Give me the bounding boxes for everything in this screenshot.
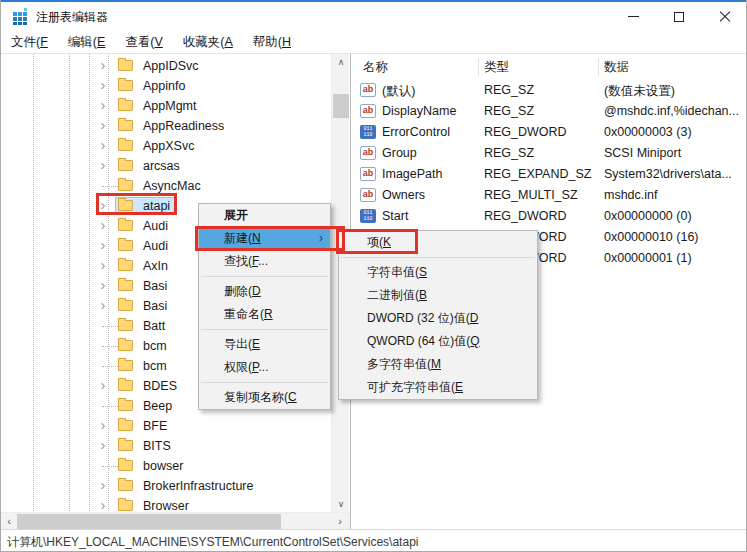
tree-item-label[interactable]: Audi xyxy=(140,238,171,254)
column-header-data[interactable]: 数据 xyxy=(604,59,629,76)
tree-item-label[interactable]: AppMgmt xyxy=(140,98,200,114)
chevron-right-icon[interactable]: › xyxy=(97,196,109,216)
submenu-item[interactable]: QWORD (64 位)值(Q xyxy=(339,330,537,353)
tree-item-label[interactable]: bowser xyxy=(140,458,186,474)
value-type: REG_SZ xyxy=(484,104,600,118)
menubar-item[interactable]: 帮助(H xyxy=(243,31,301,53)
chevron-right-icon[interactable]: › xyxy=(97,436,109,456)
column-header-name[interactable]: 名称 xyxy=(363,59,388,76)
submenu-item[interactable]: 二进制值(B xyxy=(339,284,537,307)
tree-item-label[interactable]: BITS xyxy=(140,438,174,454)
tree-connector-line xyxy=(102,326,118,327)
tree-item-label[interactable]: bcm xyxy=(140,338,170,354)
submenu-item[interactable]: 项(K xyxy=(339,231,537,254)
tree-item-label[interactable]: AppXSvc xyxy=(140,138,197,154)
tree-item-label[interactable]: Batt xyxy=(140,318,168,334)
folder-icon xyxy=(118,60,133,71)
submenu-item[interactable]: DWORD (32 位)值(D xyxy=(339,307,537,330)
chevron-right-icon[interactable]: › xyxy=(97,216,109,236)
submenu-item[interactable]: 字符串值(S xyxy=(339,261,537,284)
menubar-item[interactable]: 查看(V xyxy=(115,31,173,53)
column-divider[interactable] xyxy=(598,58,599,76)
chevron-right-icon[interactable]: › xyxy=(97,296,109,316)
context-menu-item[interactable]: 复制项名称(C xyxy=(199,386,330,409)
tree-item-label[interactable]: BFE xyxy=(140,418,170,434)
folder-icon xyxy=(118,120,133,131)
column-header-type[interactable]: 类型 xyxy=(484,59,509,76)
chevron-right-icon[interactable]: › xyxy=(97,276,109,296)
context-menu-item[interactable]: 重命名(R xyxy=(199,303,330,326)
tree-item-brokerinfrastructure[interactable]: ›BrokerInfrastructure xyxy=(1,476,331,496)
chevron-right-icon[interactable]: › xyxy=(97,76,109,96)
tree-item-label[interactable]: BDES xyxy=(140,378,180,394)
minimize-button[interactable] xyxy=(610,2,656,31)
value-row[interactable]: abDisplayNameREG_SZ@mshdc.inf,%idechan..… xyxy=(353,101,747,122)
tree-item-asyncmac[interactable]: AsyncMac xyxy=(1,176,331,196)
chevron-right-icon[interactable]: › xyxy=(97,236,109,256)
tree-item-arcsas[interactable]: ›arcsas xyxy=(1,156,331,176)
tree-item-label[interactable]: Basi xyxy=(140,278,170,294)
context-menu-item[interactable]: 展开 xyxy=(199,204,330,227)
menubar-item[interactable]: 收藏夹(A xyxy=(173,31,243,53)
tree-item-label[interactable]: AppReadiness xyxy=(140,118,227,134)
tree-item-label[interactable]: AsyncMac xyxy=(140,178,204,194)
chevron-right-icon[interactable]: › xyxy=(97,416,109,436)
value-row[interactable]: abGroupREG_SZSCSI Miniport xyxy=(353,143,747,164)
tree-item-label[interactable]: Audi xyxy=(140,218,171,234)
window-title: 注册表编辑器 xyxy=(36,9,108,26)
context-menu-item[interactable]: 新建(N› xyxy=(199,227,330,250)
tree-item-label[interactable]: Appinfo xyxy=(140,78,188,94)
tree-item-label[interactable]: bcm xyxy=(140,358,170,374)
menubar-item[interactable]: 编辑(E xyxy=(58,31,116,53)
menubar-item[interactable]: 文件(F xyxy=(1,31,58,53)
chevron-right-icon[interactable]: › xyxy=(97,376,109,396)
folder-icon xyxy=(118,400,133,411)
horizontal-scroll-thumb[interactable] xyxy=(17,514,281,530)
title-bar[interactable]: 注册表编辑器 xyxy=(1,2,747,31)
chevron-right-icon[interactable]: › xyxy=(97,96,109,116)
scroll-up-icon[interactable]: ∧ xyxy=(332,54,350,70)
maximize-button[interactable] xyxy=(656,2,702,31)
context-menu-item[interactable]: 删除(D xyxy=(199,280,330,303)
value-row[interactable]: abImagePathREG_EXPAND_SZSystem32\drivers… xyxy=(353,164,747,185)
chevron-right-icon[interactable]: › xyxy=(97,56,109,76)
tree-item-label[interactable]: AppIDSvc xyxy=(140,58,202,74)
chevron-right-icon[interactable]: › xyxy=(97,136,109,156)
tree-item-label[interactable]: AxIn xyxy=(140,258,171,274)
tree-horizontal-scrollbar[interactable]: ‹ › xyxy=(1,512,350,530)
tree-item-appidsvc[interactable]: ›AppIDSvc xyxy=(1,56,331,76)
value-row[interactable]: 011110ErrorControlREG_DWORD0x00000003 (3… xyxy=(353,122,747,143)
vertical-scroll-thumb[interactable] xyxy=(333,94,349,118)
value-row[interactable]: 011110StartREG_DWORD0x00000000 (0) xyxy=(353,206,747,227)
context-menu-item[interactable]: 查找(F... xyxy=(199,250,330,273)
folder-icon xyxy=(118,260,133,271)
tree-item-label[interactable]: arcsas xyxy=(140,158,183,174)
chevron-right-icon[interactable]: › xyxy=(97,156,109,176)
close-button[interactable] xyxy=(702,2,747,31)
value-row[interactable]: abOwnersREG_MULTI_SZmshdc.inf xyxy=(353,185,747,206)
chevron-right-icon[interactable]: › xyxy=(97,476,109,496)
scroll-down-icon[interactable]: ∨ xyxy=(332,496,350,512)
value-row[interactable]: ab(默认)REG_SZ(数值未设置) xyxy=(353,80,747,101)
context-menu-item[interactable]: 权限(P... xyxy=(199,356,330,379)
chevron-right-icon[interactable]: › xyxy=(97,256,109,276)
tree-item-label[interactable]: BrokerInfrastructure xyxy=(140,478,256,494)
chevron-right-icon[interactable]: › xyxy=(97,116,109,136)
tree-item-bowser[interactable]: bowser xyxy=(1,456,331,476)
submenu-item[interactable]: 可扩充字符串值(E xyxy=(339,376,537,399)
menu-separator xyxy=(201,329,328,330)
tree-item-label[interactable]: Basi xyxy=(140,298,170,314)
tree-item-label[interactable]: atapi xyxy=(140,198,173,214)
context-menu-item[interactable]: 导出(E xyxy=(199,333,330,356)
close-icon xyxy=(719,11,731,23)
tree-item-bfe[interactable]: ›BFE xyxy=(1,416,331,436)
tree-item-bits[interactable]: ›BITS xyxy=(1,436,331,456)
tree-item-appinfo[interactable]: ›Appinfo xyxy=(1,76,331,96)
folder-icon xyxy=(118,140,133,151)
column-divider[interactable] xyxy=(478,58,479,76)
tree-item-appreadiness[interactable]: ›AppReadiness xyxy=(1,116,331,136)
tree-item-appmgmt[interactable]: ›AppMgmt xyxy=(1,96,331,116)
tree-item-label[interactable]: Beep xyxy=(140,398,175,414)
submenu-item[interactable]: 多字符串值(M xyxy=(339,353,537,376)
tree-item-appxsvc[interactable]: ›AppXSvc xyxy=(1,136,331,156)
